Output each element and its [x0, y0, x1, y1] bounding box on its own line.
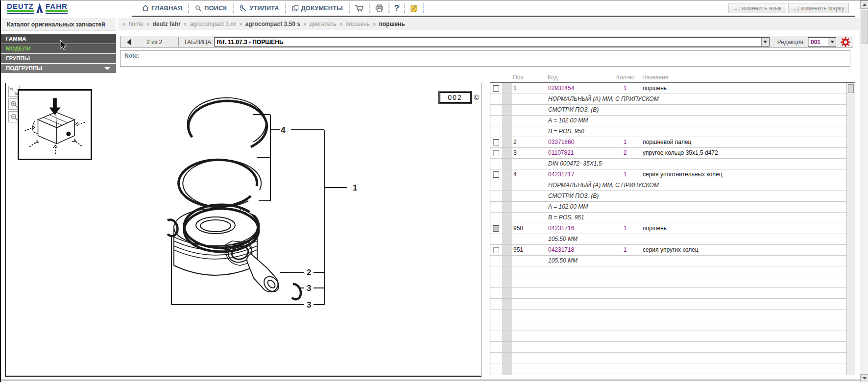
row-checkbox[interactable]	[493, 139, 499, 145]
part-detail-text: A = 102.00 ММ	[548, 117, 588, 124]
part-quantity: 1	[617, 246, 633, 253]
cart-button[interactable]	[350, 3, 370, 13]
change-brand-button[interactable]: →| изменить марку	[788, 3, 849, 13]
breadcrumb-model[interactable]: agrocompact 3.50 s	[245, 21, 300, 27]
logo-left-word: DEUTZ	[7, 2, 34, 14]
menu-item-documents[interactable]: ДОКУМЕНТЫ	[286, 3, 350, 13]
table-row[interactable]: 951042317181серия упругих колец	[490, 245, 846, 256]
breadcrumb-range[interactable]: agrocompact 3.xx	[190, 21, 236, 27]
part-code-link[interactable]: 01107821	[548, 149, 574, 156]
menu-item-search[interactable]: ПОИСК	[189, 3, 234, 13]
column-header-name: Название	[642, 74, 669, 81]
table-row[interactable]: 2033716601поршневой палец	[490, 137, 846, 148]
row-checkbox[interactable]	[493, 150, 499, 156]
diagram-thumbnail[interactable]	[18, 89, 92, 160]
part-detail-text: DIN 000472- 35X1,5	[548, 160, 602, 167]
part-position: 2	[513, 139, 517, 145]
parts-table-panel: Поз. Код Кол-во Название 1029314541порше…	[490, 74, 855, 376]
table-row[interactable]: 950042317161поршень	[490, 223, 846, 234]
part-detail-text: 105.50 ММ	[548, 236, 578, 242]
part-position: 3	[513, 149, 517, 156]
table-detail-row: A = 102.00 ММ	[490, 202, 846, 213]
chevron-down-icon	[104, 67, 110, 70]
table-detail-row: СМОТРИ ПОЗ. (B)	[490, 191, 846, 202]
table-scrollbar-thumb[interactable]	[848, 84, 854, 93]
dropdown-arrow-icon[interactable]	[761, 38, 769, 46]
home-icon	[142, 5, 149, 11]
breadcrumb: » home » deutz fahr » agrocompact 3.xx »…	[118, 18, 859, 30]
table-scrollbar[interactable]	[846, 83, 855, 375]
revision-select[interactable]: 001	[808, 37, 836, 47]
cart-icon	[355, 4, 364, 12]
catalog-page: DEUTZ FAHR ГЛАВНАЯ	[0, 0, 868, 382]
top-right-buttons: →| изменить язык →| изменить марку	[728, 3, 849, 13]
change-language-button[interactable]: →| изменить язык	[728, 3, 786, 13]
triangle-down-icon	[863, 377, 867, 380]
scroll-down-button[interactable]	[860, 374, 868, 382]
dropdown-arrow-icon[interactable]	[828, 38, 836, 46]
note-field[interactable]: Note:	[120, 50, 850, 67]
row-checkbox[interactable]	[493, 247, 499, 253]
arrow-icon: →|	[733, 5, 740, 11]
sidebar-item-gamma[interactable]: ГАММА	[1, 34, 116, 44]
row-checkbox[interactable]	[493, 171, 499, 178]
callout-piston-assembly[interactable]: 1	[353, 183, 357, 192]
triangle-up-icon	[863, 3, 867, 6]
logo-right-word: FAHR	[46, 2, 68, 14]
part-quantity: 1	[617, 139, 633, 145]
part-code-link[interactable]: 04231716	[548, 225, 574, 232]
part-position: 950	[513, 225, 523, 232]
part-detail-text: СМОТРИ ПОЗ. (B)	[548, 106, 599, 113]
part-code-link[interactable]: 02931454	[548, 85, 574, 92]
column-header-code: Код	[548, 74, 557, 81]
table-detail-row: НОРМАЛЬНЫЙ (А) ММ, С ПРИПУСКОМ	[490, 94, 846, 105]
table-empty-row	[490, 299, 846, 310]
table-row[interactable]: 4042317171серия уплотнительных колец	[490, 169, 846, 180]
row-checkbox[interactable]	[493, 225, 499, 232]
page-scrollbar-thumb[interactable]	[861, 10, 868, 44]
part-code-link[interactable]: 04231717	[548, 171, 574, 178]
notes-icon	[410, 4, 418, 12]
notes-button[interactable]	[405, 3, 424, 13]
callout-circlip-b[interactable]: 3	[307, 300, 311, 310]
part-quantity: 1	[617, 171, 633, 178]
part-name: поршень	[643, 225, 667, 232]
breadcrumb-group[interactable]: двигатель	[310, 21, 337, 27]
menu-item-home[interactable]: ГЛАВНАЯ	[136, 3, 189, 13]
revision-label: Редакция:	[777, 39, 805, 46]
part-detail-text: A = 102.00 ММ	[548, 203, 588, 210]
logo-green-bar	[46, 10, 68, 12]
breadcrumb-subgroup[interactable]: поршень	[346, 21, 370, 27]
column-header-pos: Поз.	[513, 74, 525, 81]
part-code-link[interactable]: 03371660	[548, 139, 574, 145]
expand-icon	[10, 88, 18, 95]
table-row[interactable]: 1029314541поршень	[490, 83, 846, 94]
breadcrumb-home[interactable]: home	[129, 21, 144, 27]
table-empty-row	[490, 363, 846, 374]
table-select[interactable]: Rif. 11.07.3 - ПОРШЕНЬ	[214, 37, 770, 47]
print-button[interactable]	[370, 3, 389, 13]
callout-piston-pin[interactable]: 2	[307, 268, 311, 277]
breadcrumb-brand[interactable]: deutz fahr	[152, 21, 180, 27]
menu-underline	[132, 16, 855, 17]
callout-circlip-a[interactable]: 3	[307, 284, 311, 293]
scroll-up-button[interactable]	[860, 0, 868, 9]
sidebar-item-models[interactable]: МОДЕЛИ	[1, 44, 116, 53]
deutz-fahr-logo[interactable]: DEUTZ FAHR	[7, 2, 68, 15]
sidebar-item-subgroups[interactable]: ПОДГРУППЫ	[1, 64, 116, 73]
callout-ring-set[interactable]: 4	[281, 125, 286, 135]
table-detail-row: 105.50 ММ	[490, 256, 846, 266]
table-empty-row	[490, 320, 846, 331]
page-scrollbar[interactable]	[860, 0, 868, 382]
help-button[interactable]: ?	[389, 3, 405, 13]
sidebar-item-groups[interactable]: ГРУППЫ	[1, 54, 116, 63]
part-code-link[interactable]: 04231718	[548, 246, 574, 253]
table-empty-row	[490, 353, 846, 363]
row-checkbox[interactable]	[493, 85, 499, 92]
menu-item-utility[interactable]: УТИЛИТА	[234, 3, 286, 13]
table-row[interactable]: 3011078212упругое кольцо 35x1,5 d472	[490, 148, 846, 159]
settings-gear-button[interactable]	[840, 37, 851, 48]
logo-emblem-icon	[36, 2, 44, 15]
previous-table-button[interactable]	[122, 37, 135, 47]
parts-table-header: Поз. Код Кол-во Название	[490, 74, 855, 82]
